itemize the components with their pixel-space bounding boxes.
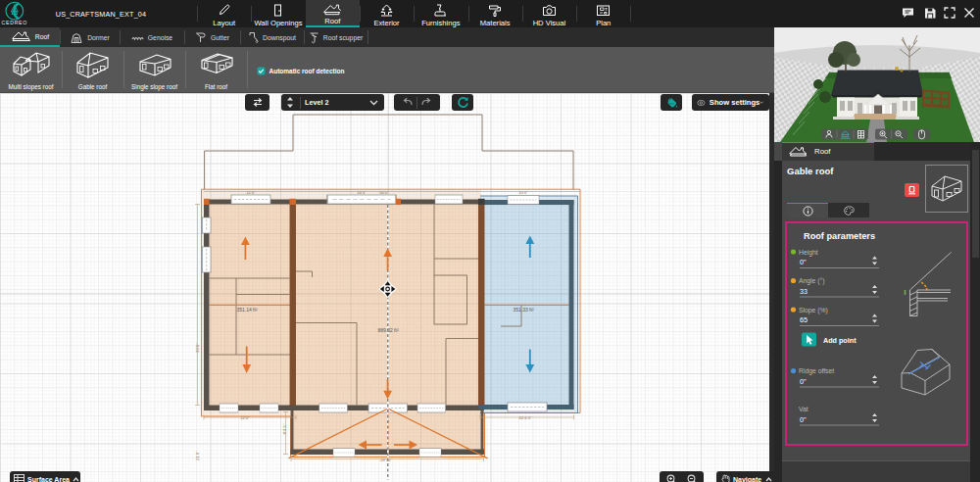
svg-text:65: 65: [800, 315, 808, 324]
svg-text:Angle (°): Angle (°): [799, 277, 825, 285]
svg-text:0": 0": [800, 415, 807, 424]
svg-text:12'0": 12'0": [246, 190, 256, 195]
svg-text:21'0": 21'0": [195, 451, 200, 460]
svg-text:10'0": 10'0": [518, 190, 528, 195]
svg-text:0": 0": [800, 377, 807, 386]
svg-text:0": 0": [800, 258, 807, 266]
svg-text:33: 33: [800, 287, 808, 296]
svg-text:CEDREO: CEDREO: [2, 20, 27, 25]
svg-text:Height: Height: [799, 249, 818, 257]
svg-text:351.33 ft²: 351.33 ft²: [513, 307, 533, 313]
svg-text:30'6": 30'6": [195, 343, 200, 353]
svg-text:8'3.5": 8'3.5": [282, 423, 287, 434]
svg-text:Vat: Vat: [799, 406, 808, 412]
svg-text:16'5": 16'5": [357, 190, 367, 195]
svg-text:Slope (%): Slope (%): [799, 307, 828, 314]
svg-text:50'0": 50'0": [379, 190, 389, 195]
svg-text:351.14 ft²: 351.14 ft²: [236, 307, 257, 313]
svg-text:889.32 ft²: 889.32 ft²: [377, 327, 398, 333]
svg-text:29'10": 29'10": [380, 458, 393, 462]
svg-text:Ridge offset: Ridge offset: [799, 367, 834, 375]
svg-text:Add point: Add point: [823, 336, 857, 345]
